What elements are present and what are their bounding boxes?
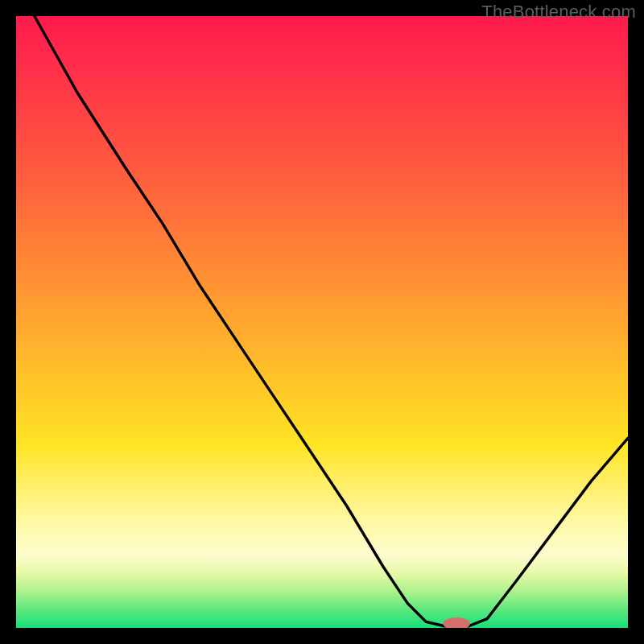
watermark-text: TheBottleneck.com (481, 2, 636, 23)
chart-canvas: TheBottleneck.com (0, 0, 644, 644)
optimal-point-marker (443, 617, 469, 628)
plot-area (16, 16, 628, 628)
curve-layer (16, 16, 628, 628)
bottleneck-curve (35, 16, 628, 626)
